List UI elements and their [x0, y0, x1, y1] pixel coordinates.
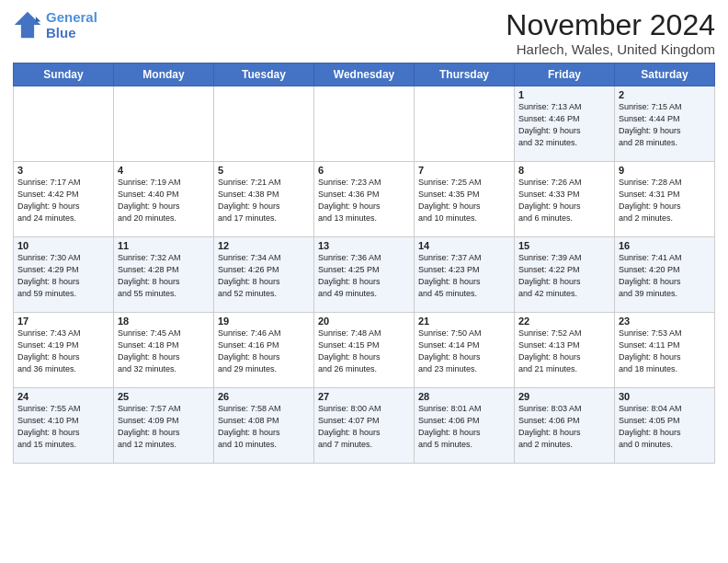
day-info: Sunrise: 7:19 AM Sunset: 4:40 PM Dayligh…: [118, 177, 210, 224]
calendar-cell: [114, 86, 214, 162]
calendar-cell: 25Sunrise: 7:57 AM Sunset: 4:09 PM Dayli…: [114, 388, 214, 464]
week-row-4: 24Sunrise: 7:55 AM Sunset: 4:10 PM Dayli…: [14, 388, 715, 464]
calendar-cell: 19Sunrise: 7:46 AM Sunset: 4:16 PM Dayli…: [214, 313, 314, 388]
day-number: 18: [118, 316, 210, 327]
day-info: Sunrise: 7:57 AM Sunset: 4:09 PM Dayligh…: [118, 403, 210, 451]
day-info: Sunrise: 7:52 AM Sunset: 4:13 PM Dayligh…: [518, 327, 610, 375]
week-row-0: 1Sunrise: 7:13 AM Sunset: 4:46 PM Daylig…: [14, 86, 715, 162]
day-number: 12: [218, 240, 310, 251]
day-info: Sunrise: 7:28 AM Sunset: 4:31 PM Dayligh…: [619, 177, 711, 224]
day-number: 8: [518, 165, 610, 176]
logo-text: General Blue: [46, 9, 97, 41]
weekday-header-tuesday: Tuesday: [214, 63, 314, 86]
day-number: 28: [418, 391, 510, 402]
day-number: 3: [17, 165, 109, 176]
calendar: SundayMondayTuesdayWednesdayThursdayFrid…: [13, 63, 715, 464]
day-number: 9: [619, 165, 711, 176]
day-info: Sunrise: 8:00 AM Sunset: 4:07 PM Dayligh…: [318, 403, 410, 451]
day-number: 11: [118, 240, 210, 251]
day-info: Sunrise: 7:23 AM Sunset: 4:36 PM Dayligh…: [318, 177, 410, 224]
week-row-1: 3Sunrise: 7:17 AM Sunset: 4:42 PM Daylig…: [14, 162, 715, 237]
calendar-cell: 26Sunrise: 7:58 AM Sunset: 4:08 PM Dayli…: [214, 388, 314, 464]
day-number: 6: [318, 165, 410, 176]
calendar-cell: 29Sunrise: 8:03 AM Sunset: 4:06 PM Dayli…: [515, 388, 615, 464]
day-info: Sunrise: 7:48 AM Sunset: 4:15 PM Dayligh…: [318, 327, 410, 375]
day-number: 20: [318, 316, 410, 327]
day-number: 21: [418, 316, 510, 327]
calendar-cell: 11Sunrise: 7:32 AM Sunset: 4:28 PM Dayli…: [114, 237, 214, 313]
logo-icon: [13, 10, 42, 40]
day-number: 2: [619, 89, 711, 100]
calendar-cell: 21Sunrise: 7:50 AM Sunset: 4:14 PM Dayli…: [415, 313, 515, 388]
logo-line2: Blue: [46, 25, 76, 40]
calendar-cell: 3Sunrise: 7:17 AM Sunset: 4:42 PM Daylig…: [14, 162, 114, 237]
logo: General Blue: [13, 9, 97, 41]
day-info: Sunrise: 7:17 AM Sunset: 4:42 PM Dayligh…: [17, 177, 109, 224]
calendar-cell: 28Sunrise: 8:01 AM Sunset: 4:06 PM Dayli…: [415, 388, 515, 464]
calendar-cell: 7Sunrise: 7:25 AM Sunset: 4:35 PM Daylig…: [415, 162, 515, 237]
calendar-body: 1Sunrise: 7:13 AM Sunset: 4:46 PM Daylig…: [14, 86, 715, 464]
day-info: Sunrise: 7:32 AM Sunset: 4:28 PM Dayligh…: [118, 252, 210, 300]
calendar-cell: [14, 86, 114, 162]
week-row-3: 17Sunrise: 7:43 AM Sunset: 4:19 PM Dayli…: [14, 313, 715, 388]
day-number: 25: [118, 391, 210, 402]
day-number: 19: [218, 316, 310, 327]
calendar-cell: 1Sunrise: 7:13 AM Sunset: 4:46 PM Daylig…: [515, 86, 615, 162]
day-number: 30: [619, 391, 711, 402]
day-info: Sunrise: 7:26 AM Sunset: 4:33 PM Dayligh…: [518, 177, 610, 224]
day-info: Sunrise: 7:37 AM Sunset: 4:23 PM Dayligh…: [418, 252, 510, 300]
logo-line1: General: [46, 9, 97, 25]
page: General Blue November 2024 Harlech, Wale…: [0, 0, 728, 563]
day-info: Sunrise: 7:21 AM Sunset: 4:38 PM Dayligh…: [218, 177, 310, 224]
day-info: Sunrise: 7:15 AM Sunset: 4:44 PM Dayligh…: [619, 101, 711, 149]
day-info: Sunrise: 7:46 AM Sunset: 4:16 PM Dayligh…: [218, 327, 310, 375]
day-info: Sunrise: 7:45 AM Sunset: 4:18 PM Dayligh…: [118, 327, 210, 375]
weekday-header-sunday: Sunday: [14, 63, 114, 86]
calendar-cell: 2Sunrise: 7:15 AM Sunset: 4:44 PM Daylig…: [615, 86, 715, 162]
day-number: 1: [518, 89, 610, 100]
calendar-cell: 24Sunrise: 7:55 AM Sunset: 4:10 PM Dayli…: [14, 388, 114, 464]
calendar-cell: 13Sunrise: 7:36 AM Sunset: 4:25 PM Dayli…: [314, 237, 415, 313]
day-number: 13: [318, 240, 410, 251]
calendar-cell: 22Sunrise: 7:52 AM Sunset: 4:13 PM Dayli…: [515, 313, 615, 388]
calendar-cell: 27Sunrise: 8:00 AM Sunset: 4:07 PM Dayli…: [314, 388, 415, 464]
day-number: 4: [118, 165, 210, 176]
calendar-cell: 9Sunrise: 7:28 AM Sunset: 4:31 PM Daylig…: [615, 162, 715, 237]
day-number: 10: [17, 240, 109, 251]
day-number: 15: [518, 240, 610, 251]
day-number: 14: [418, 240, 510, 251]
day-info: Sunrise: 7:30 AM Sunset: 4:29 PM Dayligh…: [17, 252, 109, 300]
calendar-cell: 6Sunrise: 7:23 AM Sunset: 4:36 PM Daylig…: [314, 162, 415, 237]
calendar-cell: [415, 86, 515, 162]
day-number: 26: [218, 391, 310, 402]
day-number: 27: [318, 391, 410, 402]
calendar-cell: [214, 86, 314, 162]
day-info: Sunrise: 7:50 AM Sunset: 4:14 PM Dayligh…: [418, 327, 510, 375]
day-info: Sunrise: 7:58 AM Sunset: 4:08 PM Dayligh…: [218, 403, 310, 451]
calendar-cell: 12Sunrise: 7:34 AM Sunset: 4:26 PM Dayli…: [214, 237, 314, 313]
calendar-cell: 5Sunrise: 7:21 AM Sunset: 4:38 PM Daylig…: [214, 162, 314, 237]
calendar-cell: 16Sunrise: 7:41 AM Sunset: 4:20 PM Dayli…: [615, 237, 715, 313]
weekday-header-friday: Friday: [515, 63, 615, 86]
week-row-2: 10Sunrise: 7:30 AM Sunset: 4:29 PM Dayli…: [14, 237, 715, 313]
day-info: Sunrise: 7:43 AM Sunset: 4:19 PM Dayligh…: [17, 327, 109, 375]
header: General Blue November 2024 Harlech, Wale…: [13, 9, 715, 57]
calendar-cell: 30Sunrise: 8:04 AM Sunset: 4:05 PM Dayli…: [615, 388, 715, 464]
calendar-cell: 10Sunrise: 7:30 AM Sunset: 4:29 PM Dayli…: [14, 237, 114, 313]
title-block: November 2024 Harlech, Wales, United Kin…: [506, 9, 715, 57]
weekday-header-saturday: Saturday: [615, 63, 715, 86]
calendar-cell: 15Sunrise: 7:39 AM Sunset: 4:22 PM Dayli…: [515, 237, 615, 313]
day-info: Sunrise: 7:25 AM Sunset: 4:35 PM Dayligh…: [418, 177, 510, 224]
day-info: Sunrise: 7:39 AM Sunset: 4:22 PM Dayligh…: [518, 252, 610, 300]
location-title: Harlech, Wales, United Kingdom: [506, 41, 715, 57]
weekday-header-wednesday: Wednesday: [314, 63, 415, 86]
day-info: Sunrise: 7:34 AM Sunset: 4:26 PM Dayligh…: [218, 252, 310, 300]
calendar-cell: 23Sunrise: 7:53 AM Sunset: 4:11 PM Dayli…: [615, 313, 715, 388]
calendar-cell: 17Sunrise: 7:43 AM Sunset: 4:19 PM Dayli…: [14, 313, 114, 388]
day-number: 17: [17, 316, 109, 327]
day-info: Sunrise: 7:55 AM Sunset: 4:10 PM Dayligh…: [17, 403, 109, 451]
calendar-cell: 4Sunrise: 7:19 AM Sunset: 4:40 PM Daylig…: [114, 162, 214, 237]
weekday-header-monday: Monday: [114, 63, 214, 86]
day-number: 24: [17, 391, 109, 402]
svg-marker-0: [15, 12, 40, 38]
